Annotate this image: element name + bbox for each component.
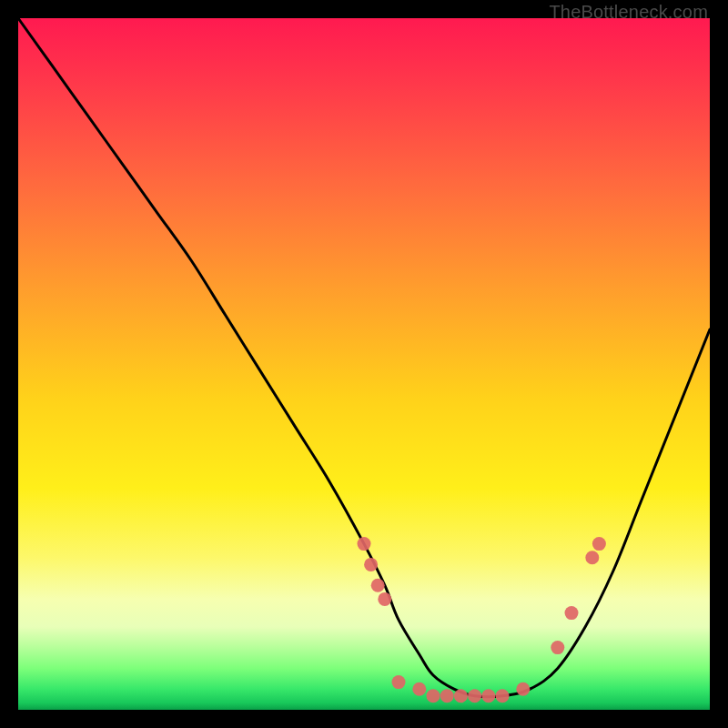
marker-layer bbox=[358, 537, 606, 703]
data-marker bbox=[378, 592, 391, 606]
data-marker bbox=[468, 689, 481, 703]
data-marker bbox=[364, 558, 378, 571]
data-marker bbox=[565, 606, 579, 620]
data-marker bbox=[440, 689, 454, 703]
data-marker bbox=[358, 537, 371, 551]
data-marker bbox=[481, 689, 495, 703]
data-marker bbox=[551, 641, 564, 654]
data-marker bbox=[392, 675, 406, 689]
bottleneck-chart bbox=[18, 18, 710, 710]
data-marker bbox=[516, 682, 530, 696]
data-marker bbox=[585, 551, 599, 564]
data-marker bbox=[412, 682, 426, 696]
bottleneck-curve-path bbox=[18, 18, 710, 697]
data-marker bbox=[427, 689, 440, 703]
data-marker bbox=[592, 537, 606, 551]
data-marker bbox=[371, 579, 385, 592]
curve-layer bbox=[18, 18, 710, 697]
data-marker bbox=[454, 689, 468, 703]
data-marker bbox=[496, 689, 510, 703]
